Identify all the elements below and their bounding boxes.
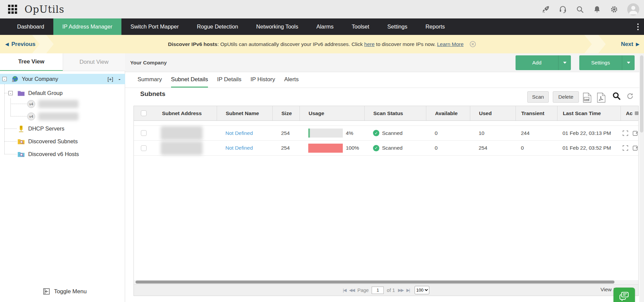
tree-collapse-control[interactable]: - bbox=[119, 76, 121, 82]
previous-page-button[interactable]: ◀◀ bbox=[349, 288, 354, 293]
tree-node-default-group[interactable]: - Default Group bbox=[0, 88, 125, 98]
nav-overflow-kebab-icon[interactable] bbox=[637, 18, 639, 35]
next-arrow-icon: ▶ bbox=[636, 42, 639, 47]
edit-subnet-icon[interactable] bbox=[633, 145, 638, 151]
tree-node-discovered-v6-hosts[interactable]: Discovered v6 Hosts bbox=[0, 149, 125, 159]
page-number-input[interactable] bbox=[372, 287, 384, 294]
tab-donut-view[interactable]: Donut View bbox=[63, 53, 125, 71]
column-chooser-grid-icon[interactable] bbox=[635, 111, 638, 116]
vertical-scrollbar-thumb[interactable] bbox=[640, 55, 643, 133]
main-nav: Dashboard IP Address Manager Switch Port… bbox=[0, 18, 644, 35]
delete-button[interactable]: Delete bbox=[553, 91, 579, 103]
tab-summary[interactable]: Summary bbox=[138, 72, 162, 88]
nav-toolset[interactable]: Toolset bbox=[343, 18, 378, 35]
column-header-size[interactable]: Size bbox=[272, 106, 300, 120]
banner-learn-more-link[interactable]: Learn More bbox=[437, 41, 464, 47]
nav-reports[interactable]: Reports bbox=[416, 18, 454, 35]
scan-subnet-icon[interactable] bbox=[623, 145, 628, 151]
tree-node-discovered-subnets[interactable]: Discovered Subnets bbox=[0, 136, 125, 147]
column-header-subnet-name[interactable]: Subnet Name bbox=[217, 106, 272, 120]
nav-networking-tools[interactable]: Networking Tools bbox=[247, 18, 307, 35]
global-search-icon[interactable] bbox=[576, 5, 584, 13]
subnet-name-link[interactable]: Not Defined bbox=[225, 145, 253, 151]
table-row[interactable]: Not Defined 254 4% ✓ Scanned 0 10 244 01… bbox=[134, 125, 638, 141]
support-headset-icon[interactable] bbox=[559, 5, 567, 13]
nav-ip-address-manager[interactable]: IP Address Manager bbox=[53, 18, 121, 35]
collapse-expander-icon[interactable]: - bbox=[2, 77, 7, 81]
column-header-usage[interactable]: Usage bbox=[300, 106, 364, 120]
row-checkbox[interactable] bbox=[141, 130, 147, 136]
folder-search-icon bbox=[17, 138, 25, 145]
caret-down-icon bbox=[563, 62, 567, 64]
export-csv-icon[interactable]: csv bbox=[583, 93, 592, 103]
edit-subnet-icon[interactable] bbox=[633, 130, 638, 137]
nav-alarms[interactable]: Alarms bbox=[307, 18, 342, 35]
refresh-icon[interactable] bbox=[626, 92, 634, 100]
settings-dropdown-caret[interactable] bbox=[622, 55, 635, 70]
tab-alerts[interactable]: Alerts bbox=[284, 72, 299, 88]
tab-subnet-details[interactable]: Subnet Details bbox=[171, 72, 208, 88]
column-header-transient[interactable]: Transient bbox=[516, 106, 557, 120]
user-avatar[interactable] bbox=[627, 3, 639, 15]
settings-button[interactable]: Settings bbox=[579, 55, 635, 70]
chat-support-fab[interactable] bbox=[613, 288, 635, 302]
column-header-subnet-address[interactable]: Subnet Address bbox=[153, 106, 217, 120]
scan-button[interactable]: Scan bbox=[527, 91, 549, 103]
usage-bar bbox=[308, 129, 343, 138]
horizontal-scrollbar-thumb[interactable] bbox=[136, 281, 614, 284]
actions-cell bbox=[621, 126, 638, 140]
first-page-button[interactable]: |◀ bbox=[343, 288, 346, 293]
row-checkbox[interactable] bbox=[141, 145, 147, 151]
actions-cell bbox=[621, 141, 638, 155]
scan-subnet-icon[interactable] bbox=[623, 130, 628, 137]
horizontal-scrollbar[interactable] bbox=[134, 280, 638, 284]
export-pdf-icon[interactable] bbox=[597, 93, 606, 103]
top-bar: OpUtils bbox=[0, 0, 644, 18]
page-label: Page bbox=[357, 288, 369, 293]
banner-previous-button[interactable]: ◀ Previous bbox=[5, 41, 36, 48]
tree-node-subnet-v4[interactable]: v4 bbox=[0, 111, 125, 121]
add-dropdown-caret[interactable] bbox=[558, 55, 571, 70]
tree-node-your-company[interactable]: - Your Company [+] - bbox=[0, 74, 125, 84]
nav-switch-port-mapper[interactable]: Switch Port Mapper bbox=[121, 18, 188, 35]
tree-add-control[interactable]: [+] bbox=[107, 76, 113, 82]
nav-rogue-detection[interactable]: Rogue Detection bbox=[188, 18, 247, 35]
tab-ip-details[interactable]: IP Details bbox=[217, 72, 241, 88]
tree-node-subnet-v4[interactable]: v4 bbox=[0, 99, 125, 109]
nav-dashboard[interactable]: Dashboard bbox=[8, 18, 53, 35]
chat-bubbles-icon bbox=[619, 291, 630, 302]
tab-ip-history[interactable]: IP History bbox=[251, 72, 275, 88]
settings-gear-icon[interactable] bbox=[610, 5, 618, 13]
banner-next-button[interactable]: Next ▶ bbox=[621, 41, 639, 48]
collapse-expander-icon[interactable]: - bbox=[8, 91, 13, 95]
banner-here-link[interactable]: here bbox=[364, 41, 375, 47]
apps-grid-icon[interactable] bbox=[8, 5, 17, 14]
page-size-select[interactable]: 100 bbox=[415, 286, 429, 294]
whats-new-rocket-icon[interactable] bbox=[542, 5, 550, 13]
select-all-checkbox[interactable] bbox=[141, 110, 147, 116]
toggle-menu-button[interactable]: Toggle Menu bbox=[43, 288, 87, 295]
column-header-actions[interactable]: Ac bbox=[621, 106, 638, 120]
banner-dismiss-icon[interactable] bbox=[470, 41, 476, 47]
notifications-bell-icon[interactable] bbox=[593, 5, 601, 13]
tab-tree-view[interactable]: Tree View bbox=[0, 53, 63, 71]
scan-status-cell: ✓ Scanned bbox=[364, 141, 426, 155]
column-header-scan-status[interactable]: Scan Status bbox=[364, 106, 426, 120]
nav-settings[interactable]: Settings bbox=[378, 18, 417, 35]
vertical-scrollbar[interactable] bbox=[639, 53, 644, 302]
next-page-button[interactable]: ▶▶ bbox=[398, 288, 404, 293]
previous-arrow-icon: ◀ bbox=[5, 42, 9, 47]
table-header-row: Subnet Address Subnet Name Size Usage Sc… bbox=[134, 106, 638, 121]
column-header-last-scan-time[interactable]: Last Scan Time bbox=[557, 106, 621, 120]
column-header-used[interactable]: Used bbox=[470, 106, 516, 120]
caret-down-icon bbox=[627, 62, 630, 64]
add-button[interactable]: Add bbox=[516, 55, 571, 70]
page-title: Your Company bbox=[130, 53, 167, 72]
column-header-available[interactable]: Available bbox=[426, 106, 470, 120]
subnet-name-link[interactable]: Not Defined bbox=[225, 130, 253, 136]
redacted-subnet-address bbox=[161, 141, 203, 155]
table-row[interactable]: Not Defined 254 100% ✓ Scanned 0 254 0 0… bbox=[134, 141, 638, 156]
table-search-icon[interactable] bbox=[612, 92, 621, 100]
tree-node-dhcp-servers[interactable]: DHCP Servers bbox=[0, 123, 125, 134]
last-page-button[interactable]: ▶| bbox=[407, 288, 410, 293]
